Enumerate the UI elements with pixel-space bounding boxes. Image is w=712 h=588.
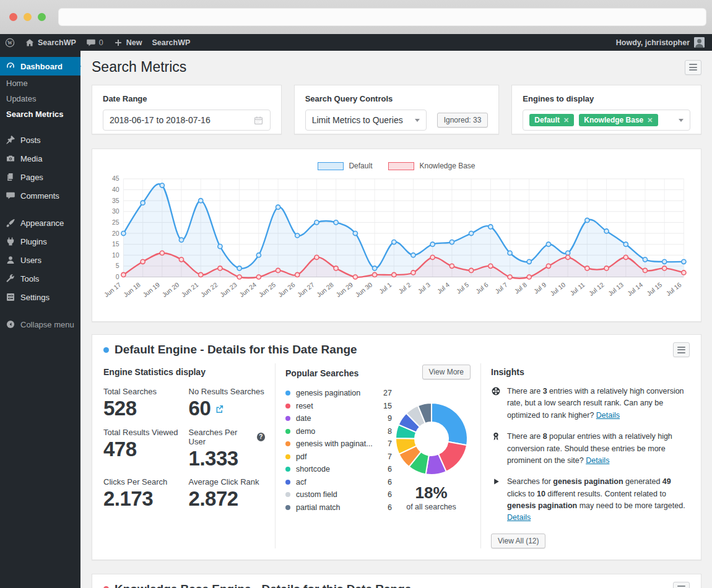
avatar[interactable] xyxy=(694,37,705,48)
calendar-icon[interactable] xyxy=(253,115,264,126)
dashboard-icon xyxy=(6,61,15,71)
details-link[interactable]: Details xyxy=(586,456,609,465)
sidebar-item-pages[interactable]: Pages xyxy=(0,168,80,186)
browser-chrome xyxy=(0,0,712,34)
stat-label: Searches Per User? xyxy=(189,428,265,446)
remove-tag-icon[interactable]: ✕ xyxy=(563,116,569,124)
details-link[interactable]: Details xyxy=(596,411,620,420)
limit-metrics-select[interactable]: Limit Metrics to Queries xyxy=(305,110,427,131)
metrics-line-chart[interactable]: 051015202530354045Jun 17Jun 18Jun 19Jun … xyxy=(97,173,696,313)
popular-search-row[interactable]: custom field 6 xyxy=(285,488,392,501)
sidebar-item-label: Collapse menu xyxy=(20,320,74,329)
new-content-menu[interactable]: New xyxy=(113,38,142,48)
page-options-button[interactable] xyxy=(685,60,701,75)
sidebar-item-home[interactable]: Home xyxy=(0,76,80,91)
close-window-button[interactable] xyxy=(9,13,17,21)
insights-heading: Insights xyxy=(491,367,690,377)
comments-menu[interactable]: 0 xyxy=(86,38,103,48)
date-range-label: Date Range xyxy=(103,94,271,103)
sidebar-item-appearance[interactable]: Appearance xyxy=(0,214,80,232)
sidebar-item-comments[interactable]: Comments xyxy=(0,186,80,205)
details-link[interactable]: Details xyxy=(507,513,531,522)
legend-item-knowledge-base[interactable]: Knowledge Base xyxy=(388,162,475,170)
play-icon xyxy=(491,477,501,486)
svg-text:Jul 5: Jul 5 xyxy=(455,281,470,295)
donut-segment[interactable] xyxy=(432,403,467,445)
popular-search-row[interactable]: demo 8 xyxy=(285,425,392,438)
sidebar-item-posts[interactable]: Posts xyxy=(0,131,80,149)
popular-search-row[interactable]: genesis pagination 27 xyxy=(285,387,392,400)
svg-text:Jun 24: Jun 24 xyxy=(238,281,258,298)
view-all-insights-button[interactable]: View All (12) xyxy=(491,534,545,548)
default-engine-options-button[interactable] xyxy=(673,342,690,357)
sidebar-item-label: Media xyxy=(20,154,42,163)
current-page-menu[interactable]: SearchWP xyxy=(152,38,191,47)
engine-tag-knowledge-base[interactable]: Knowledge Base✕ xyxy=(579,114,658,126)
stat-label: Average Click Rank xyxy=(189,477,265,486)
sidebar-item-collapse[interactable]: Collapse menu xyxy=(0,315,80,334)
award-icon xyxy=(491,431,501,441)
svg-text:30: 30 xyxy=(112,208,119,215)
popular-searches-column: Popular Searches View More genesis pagin… xyxy=(276,363,481,548)
reel-icon xyxy=(491,386,501,396)
view-more-button[interactable]: View More xyxy=(422,365,471,379)
kb-engine-options-button[interactable] xyxy=(673,582,690,588)
wp-logo-menu[interactable]: W xyxy=(5,38,15,48)
menu-separator xyxy=(0,205,80,214)
svg-text:Jun 23: Jun 23 xyxy=(219,281,239,298)
insight-text: There are 8 popular entries with a relat… xyxy=(507,431,690,467)
sidebar-item-plugins[interactable]: Plugins xyxy=(0,232,80,251)
svg-text:Jul 11: Jul 11 xyxy=(569,281,586,296)
minimize-window-button[interactable] xyxy=(24,13,32,21)
query-controls-label: Search Query Controls xyxy=(305,94,488,103)
howdy-account-menu[interactable]: Howdy, jchristopher xyxy=(616,38,690,47)
popular-search-row[interactable]: partial match 6 xyxy=(285,501,392,514)
site-name-menu[interactable]: SearchWP xyxy=(25,38,76,48)
sidebar-item-label: Plugins xyxy=(20,237,47,246)
sidebar-item-users[interactable]: Users xyxy=(0,251,80,269)
popular-search-row[interactable]: genesis with paginat... 7 xyxy=(285,438,392,451)
engine-tag-default[interactable]: Default✕ xyxy=(529,114,574,126)
sidebar-item-label: Tools xyxy=(20,274,39,283)
comments-icon xyxy=(6,191,15,201)
default-engine-card: Default Engine - Details for this Date R… xyxy=(92,334,701,560)
insight-item: There are 3 entries with a relatively hi… xyxy=(491,386,690,422)
kb-engine-title: Knowledge Base Engine - Details for this… xyxy=(115,582,411,588)
series-color-bullet xyxy=(285,391,290,396)
legend-item-default[interactable]: Default xyxy=(318,162,372,170)
search-count: 27 xyxy=(383,389,392,397)
popular-search-row[interactable]: date 9 xyxy=(285,412,392,425)
popular-search-row[interactable]: pdf 7 xyxy=(285,451,392,464)
search-count: 9 xyxy=(388,414,392,423)
sidebar-item-label: Users xyxy=(20,256,41,265)
help-icon[interactable]: ? xyxy=(257,433,265,441)
popular-search-row[interactable]: reset 15 xyxy=(285,400,392,413)
sidebar-item-settings[interactable]: Settings xyxy=(0,288,80,306)
engines-multiselect[interactable]: Default✕Knowledge Base✕ xyxy=(523,110,690,131)
comments-count: 0 xyxy=(99,38,103,47)
popular-searches-donut-chart[interactable] xyxy=(393,400,470,477)
date-range-input[interactable] xyxy=(110,115,253,125)
svg-text:25: 25 xyxy=(112,219,119,226)
remove-tag-icon[interactable]: ✕ xyxy=(647,116,653,124)
ignored-queries-button[interactable]: Ignored: 33 xyxy=(437,113,488,128)
sidebar-item-search-metrics[interactable]: Search Metrics xyxy=(0,106,80,122)
svg-text:40: 40 xyxy=(112,186,119,193)
svg-text:Jun 30: Jun 30 xyxy=(354,281,374,298)
svg-text:Jul 9: Jul 9 xyxy=(532,281,547,295)
popular-search-row[interactable]: acf 6 xyxy=(285,476,392,489)
url-bar[interactable] xyxy=(58,8,706,26)
sidebar-item-tools[interactable]: Tools xyxy=(0,269,80,288)
maximize-window-button[interactable] xyxy=(38,13,46,21)
svg-text:Jul 16: Jul 16 xyxy=(665,281,683,297)
stat-value: 2.872 xyxy=(189,488,265,510)
stat-label: Total Searches xyxy=(103,387,184,396)
sidebar-item-media[interactable]: Media xyxy=(0,149,80,168)
svg-text:Jul 15: Jul 15 xyxy=(646,281,664,297)
sidebar-item-dashboard[interactable]: Dashboard xyxy=(0,57,80,76)
engine-tag-label: Default xyxy=(534,116,560,124)
svg-text:Jul 6: Jul 6 xyxy=(475,281,490,295)
sidebar-item-updates[interactable]: Updates xyxy=(0,91,80,106)
popular-search-row[interactable]: shortcode 6 xyxy=(285,463,392,476)
stat-label: No Results Searches xyxy=(189,387,265,396)
